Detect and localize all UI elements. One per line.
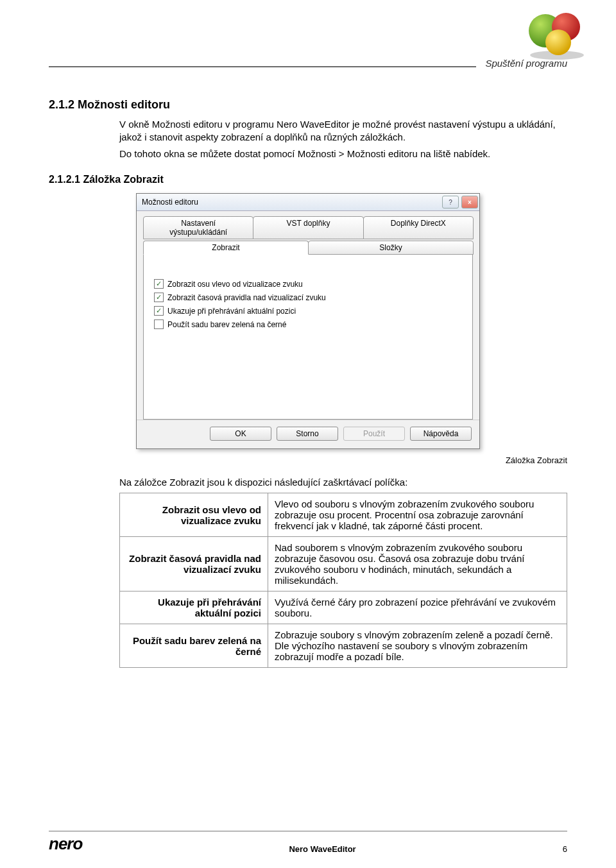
table-row: Zobrazit osu vlevo od vizualizace zvuku … — [120, 493, 567, 537]
nero-brand-logo: nero — [49, 834, 82, 854]
dialog-title: Možnosti editoru — [142, 198, 440, 207]
footer-page-number: 6 — [563, 844, 567, 854]
figure-caption: Záložka Zobrazit — [49, 455, 567, 465]
dialog-help-text-button[interactable]: Nápověda — [410, 427, 472, 441]
tab-display[interactable]: Zobrazit — [143, 241, 309, 255]
check-icon: ✓ — [156, 294, 162, 301]
checkbox-label: Použít sadu barev zelená na černé — [167, 320, 286, 329]
checkbox-label: Zobrazit osu vlevo od vizualizace zvuku — [167, 280, 303, 289]
option-description: Nad souborem s vlnovým zobrazením zvukov… — [268, 537, 567, 591]
section-paragraph-1: V okně Možnosti editoru v programu Nero … — [119, 118, 567, 144]
tab-output-settings[interactable]: Nastavení výstupu/ukládání — [143, 216, 253, 239]
dialog-ok-button[interactable]: OK — [210, 427, 271, 441]
table-row: Zobrazit časová pravidla nad vizualizací… — [120, 537, 567, 591]
option-label: Zobrazit osu vlevo od vizualizace zvuku — [120, 493, 268, 537]
option-description: Využívá černé čáry pro zobrazení pozice … — [268, 591, 567, 624]
nero-spheres-logo — [520, 10, 590, 64]
checkbox-show-position[interactable]: ✓ — [154, 306, 164, 316]
checkbox-label: Ukazuje při přehrávání aktuální pozici — [167, 307, 296, 316]
option-label: Zobrazit časová pravidla nad vizualizací… — [120, 537, 268, 591]
table-intro: Na záložce Zobrazit jsou k dispozici nás… — [119, 477, 567, 488]
footer-rule — [49, 831, 567, 831]
section-paragraph-2: Do tohoto okna se můžete dostat pomocí M… — [119, 148, 567, 160]
dialog-cancel-button[interactable]: Storno — [277, 427, 338, 441]
tab-pane-display: ✓ Zobrazit osu vlevo od vizualizace zvuk… — [143, 254, 473, 420]
table-row: Použít sadu barev zelená na černé Zobraz… — [120, 624, 567, 668]
editor-options-dialog: Možnosti editoru ? × Nastavení výstupu/u… — [136, 193, 480, 449]
table-row: Ukazuje při přehrávání aktuální pozici V… — [120, 591, 567, 624]
option-label: Ukazuje při přehrávání aktuální pozici — [120, 591, 268, 624]
dialog-close-button[interactable]: × — [461, 196, 478, 208]
section-heading: 2.1.2 Možnosti editoru — [49, 98, 567, 112]
checkbox-row-green-on-black: Použít sadu barev zelená na černé — [154, 319, 462, 329]
options-table: Zobrazit osu vlevo od vizualizace zvuku … — [119, 493, 567, 668]
option-label: Použít sadu barev zelená na černé — [120, 624, 268, 668]
checkbox-axis-left[interactable]: ✓ — [154, 279, 164, 289]
dialog-titlebar: Možnosti editoru ? × — [137, 194, 479, 211]
checkbox-row-show-position: ✓ Ukazuje při přehrávání aktuální pozici — [154, 306, 462, 316]
checkbox-row-time-rules: ✓ Zobrazit časová pravidla nad vizualiza… — [154, 293, 462, 302]
check-icon: ✓ — [156, 280, 162, 287]
checkbox-time-rules[interactable]: ✓ — [154, 293, 164, 302]
checkbox-green-on-black[interactable] — [154, 319, 164, 329]
checkbox-row-axis-left: ✓ Zobrazit osu vlevo od vizualizace zvuk… — [154, 279, 462, 289]
check-icon: ✓ — [156, 307, 162, 314]
option-description: Zobrazuje soubory s vlnovým zobrazením z… — [268, 624, 567, 668]
dialog-apply-button[interactable]: Použít — [343, 427, 405, 441]
option-description: Vlevo od souboru s vlnovým zobrazením zv… — [268, 493, 567, 537]
footer-product-name: Nero WaveEditor — [82, 844, 562, 854]
dialog-help-button[interactable]: ? — [442, 196, 459, 208]
tab-vst-plugins[interactable]: VST doplňky — [253, 216, 363, 239]
tab-directx-plugins[interactable]: Doplňky DirectX — [363, 216, 474, 239]
tab-folders[interactable]: Složky — [308, 241, 474, 255]
checkbox-label: Zobrazit časová pravidla nad vizualizací… — [167, 293, 326, 302]
subsection-heading: 2.1.2.1 Záložka Zobrazit — [49, 174, 567, 185]
svg-point-3 — [545, 30, 571, 55]
header-rule — [49, 66, 476, 67]
